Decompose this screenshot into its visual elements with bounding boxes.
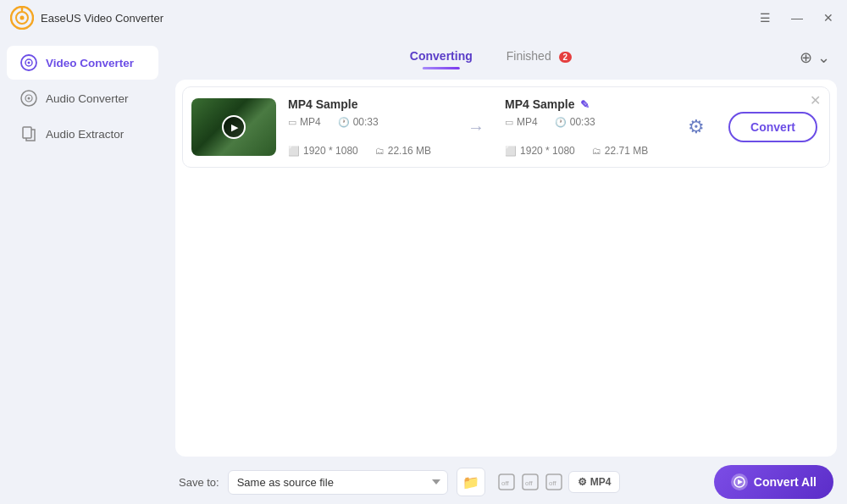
tab-converting[interactable]: Converting [410, 49, 473, 66]
output-filename: MP4 Sample ✎ [505, 97, 664, 111]
convert-all-label: Convert All [754, 475, 817, 489]
format-gear-icon: ⚙ [578, 476, 587, 488]
bottom-bar: Save to: Same as source file 📁 off off [165, 460, 847, 504]
source-info: MP4 Sample ▭ MP4 🕐 00:33 ⬜ 1920 * 1080 [288, 97, 447, 157]
app-logo [10, 6, 34, 30]
sidebar-item-label: Audio Extractor [46, 128, 124, 141]
convert-all-icon [731, 474, 748, 490]
speed-icon: off [545, 473, 563, 491]
audio-extractor-icon [20, 125, 37, 142]
menu-button[interactable]: ☰ [756, 9, 774, 26]
svg-point-2 [20, 16, 25, 20]
svg-point-5 [28, 62, 30, 64]
add-tab-button[interactable]: ⊕ [800, 50, 812, 65]
audio-converter-icon [20, 90, 37, 107]
sidebar-item-audio-converter[interactable]: Audio Converter [7, 81, 158, 115]
output-info: MP4 Sample ✎ ▭ MP4 🕐 00:33 ⬜ [505, 97, 664, 157]
settings-icon[interactable]: ⚙ [688, 116, 705, 137]
finished-badge: 2 [559, 52, 573, 63]
out-format-icon: ▭ [505, 117, 513, 128]
play-icon: ▶ [231, 122, 238, 133]
video-converter-icon [20, 54, 37, 71]
output-resolution: ⬜ 1920 * 1080 [505, 145, 575, 157]
title-bar: EaseUS Video Converter ☰ — ✕ [0, 0, 847, 36]
out-resolution-icon: ⬜ [505, 146, 517, 157]
tool-merge-button[interactable]: off [521, 473, 540, 491]
convert-button[interactable]: Convert [728, 112, 817, 142]
sidebar-item-audio-extractor[interactable]: Audio Extractor [7, 117, 158, 151]
close-button[interactable]: ✕ [820, 9, 837, 26]
sidebar-item-video-converter[interactable]: Video Converter [7, 46, 158, 80]
output-meta: ▭ MP4 🕐 00:33 ⬜ 1920 * 1080 🗂 [505, 116, 664, 157]
acceleration-icon: off [497, 473, 516, 491]
svg-text:off: off [549, 479, 557, 487]
format-chip[interactable]: ⚙ MP4 [568, 471, 621, 493]
file-item: ▶ MP4 Sample ▭ MP4 🕐 00:33 [182, 86, 830, 168]
size-icon: 🗂 [375, 146, 385, 156]
tabs-bar: Converting Finished 2 ⊕ ⌄ [165, 36, 847, 80]
output-duration: 🕐 00:33 [555, 116, 595, 128]
window-controls: ☰ — ✕ [756, 9, 837, 26]
resolution-icon: ⬜ [288, 146, 300, 157]
app-title: EaseUS Video Converter [41, 12, 756, 25]
output-size: 🗂 22.71 MB [592, 145, 648, 157]
bottom-tools: off off off ⚙ MP4 [497, 471, 621, 493]
tab-finished[interactable]: Finished 2 [507, 49, 572, 66]
convert-all-button[interactable]: Convert All [714, 465, 833, 499]
folder-icon: 📁 [462, 474, 479, 490]
file-thumbnail[interactable]: ▶ [191, 98, 276, 156]
tabs-center: Converting Finished 2 [182, 49, 800, 66]
output-format: ▭ MP4 [505, 116, 538, 128]
browse-folder-button[interactable]: 📁 [457, 468, 485, 496]
sidebar-item-label: Video Converter [46, 57, 134, 69]
play-button[interactable]: ▶ [222, 115, 246, 139]
duration-icon: 🕐 [338, 117, 350, 128]
main-container: Video Converter Audio Converter Audio Ex… [0, 36, 847, 504]
minimize-button[interactable]: — [788, 9, 806, 26]
edit-name-icon[interactable]: ✎ [580, 98, 590, 111]
source-size: 🗂 22.16 MB [375, 145, 431, 157]
tool-accel-button[interactable]: off [497, 473, 516, 491]
save-to-select[interactable]: Same as source file [228, 470, 448, 495]
out-size-icon: 🗂 [592, 146, 601, 156]
format-icon: ▭ [288, 117, 296, 128]
out-duration-icon: 🕐 [555, 117, 567, 128]
svg-marker-17 [738, 479, 743, 485]
svg-text:off: off [525, 479, 534, 487]
svg-text:off: off [501, 479, 510, 487]
svg-rect-9 [23, 127, 31, 138]
settings-col: ⚙ [676, 116, 717, 138]
source-meta: ▭ MP4 🕐 00:33 ⬜ 1920 * 1080 🗂 [288, 116, 447, 157]
tool-speed-button[interactable]: off [545, 473, 563, 491]
sidebar: Video Converter Audio Converter Audio Ex… [0, 36, 165, 504]
source-duration: 🕐 00:33 [338, 116, 379, 128]
content-area: Converting Finished 2 ⊕ ⌄ ▶ [165, 36, 847, 504]
arrow-separator: → [459, 118, 493, 137]
file-list-area: ▶ MP4 Sample ▭ MP4 🕐 00:33 [175, 80, 837, 457]
close-item-button[interactable]: ✕ [810, 94, 821, 108]
svg-point-8 [28, 97, 30, 100]
sidebar-item-label: Audio Converter [46, 92, 129, 105]
tabs-right-controls: ⊕ ⌄ [800, 50, 830, 65]
format-label: MP4 [590, 476, 612, 488]
save-to-label: Save to: [179, 476, 219, 489]
source-resolution: ⬜ 1920 * 1080 [288, 145, 358, 157]
source-format: ▭ MP4 [288, 116, 321, 128]
source-filename: MP4 Sample [288, 97, 447, 111]
merge-icon: off [521, 473, 540, 491]
expand-button[interactable]: ⌄ [817, 50, 830, 65]
